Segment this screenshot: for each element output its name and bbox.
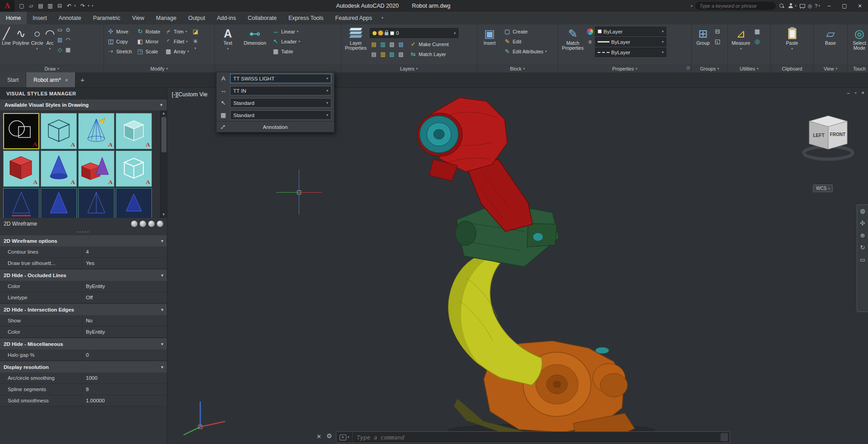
- arc-button[interactable]: ◠Arc▾: [44, 25, 55, 65]
- tab-output[interactable]: Output: [182, 12, 211, 24]
- connect-icon[interactable]: ◎: [808, 3, 812, 9]
- panel-label-utilities[interactable]: Utilities▾: [728, 65, 770, 72]
- line-button[interactable]: ╱Line: [1, 25, 11, 65]
- base-button[interactable]: ▱Base: [820, 25, 841, 65]
- file-tab-start[interactable]: Start: [0, 72, 26, 87]
- save-icon[interactable]: ▤: [36, 1, 45, 10]
- command-history-grip[interactable]: [721, 433, 728, 441]
- file-tab-robot-arm[interactable]: Robot arm*×: [26, 72, 75, 87]
- view-cube[interactable]: LEFT FRONT: [800, 111, 859, 165]
- hatch-icon[interactable]: ▨: [56, 37, 63, 46]
- group-occluded-lines[interactable]: 2D Hide - Occluded Lines▾: [0, 269, 167, 281]
- leader-button[interactable]: ↖Leader▾: [270, 37, 302, 46]
- tab-close-icon[interactable]: ×: [65, 77, 68, 83]
- create-block-button[interactable]: ▢Create: [502, 27, 548, 36]
- polyline-button[interactable]: ∿Polyline: [12, 25, 30, 65]
- pin-icon[interactable]: ⊶: [219, 123, 227, 131]
- linear-button[interactable]: ↔Linear▾: [270, 27, 302, 36]
- group-button[interactable]: ⊞Group: [693, 25, 713, 65]
- color-sphere-icon[interactable]: [587, 28, 593, 35]
- group-miscellaneous[interactable]: 2D Hide - Miscellaneous▾: [0, 338, 167, 350]
- panel-label-layers[interactable]: Layers▾: [341, 65, 476, 72]
- wcs-menu[interactable]: WCS▾: [813, 184, 833, 192]
- trim-button[interactable]: ⌿Trim▾: [163, 27, 191, 36]
- panel-label-touch[interactable]: Touch: [848, 65, 868, 72]
- palette-drag-handle[interactable]: •••••: [0, 230, 167, 235]
- group-intersection-edges[interactable]: 2D Hide - Intersection Edges▾: [0, 303, 167, 315]
- qat-customize-icon[interactable]: ▾: [92, 4, 95, 8]
- modify-more-icon[interactable]: ▾: [192, 47, 199, 50]
- new-file-icon[interactable]: ▢: [17, 1, 26, 10]
- mirror-button[interactable]: ◧Mirror: [135, 37, 162, 46]
- spline-icon[interactable]: ◠: [64, 37, 71, 46]
- linetype-select[interactable]: ByLayer ▾: [595, 47, 666, 57]
- properties-list-icon[interactable]: ≡: [587, 39, 593, 45]
- panel-label-groups[interactable]: Groups▾: [692, 65, 727, 72]
- new-style-icon[interactable]: [140, 221, 146, 227]
- measure-button[interactable]: ⊿Measure▾: [729, 25, 753, 65]
- tab-home[interactable]: Home: [0, 12, 27, 24]
- layer-thaw-all-icon[interactable]: ▥: [379, 50, 387, 59]
- quick-calc-icon[interactable]: ▦: [754, 27, 761, 36]
- id-point-icon[interactable]: ◎: [754, 37, 761, 46]
- fillet-button[interactable]: ◜Fillet▾: [163, 37, 191, 46]
- style-thumb-2d-wireframe[interactable]: A: [3, 113, 39, 149]
- ribbon-collapse-icon[interactable]: ▾: [378, 12, 387, 24]
- scrollbar-thumb[interactable]: [161, 117, 166, 152]
- style-thumb-shades-of-gray[interactable]: A: [78, 151, 114, 187]
- drawing-viewport[interactable]: [-][Custom Vie – ▫ × LEFT FRONT WCS▾: [167, 88, 868, 444]
- tab-add-ins[interactable]: Add-ins: [211, 12, 242, 24]
- annotation-flyout-footer[interactable]: ⊶ Annotation: [217, 121, 334, 132]
- plot-icon[interactable]: ⊟: [55, 1, 64, 10]
- match-layer-button[interactable]: ⇆Match Layer: [408, 49, 448, 59]
- doc-close-icon[interactable]: ×: [862, 90, 864, 95]
- make-current-button[interactable]: ✓Make Current: [408, 39, 451, 49]
- search-expand-icon[interactable]: ▸: [691, 4, 693, 8]
- robot-arm-model[interactable]: [167, 88, 868, 444]
- search-input[interactable]: [699, 3, 772, 9]
- tab-annotate[interactable]: Annotate: [53, 12, 87, 24]
- lineweight-select[interactable]: ByLayer ▾: [595, 37, 666, 47]
- layer-off-icon[interactable]: ▤: [370, 40, 378, 49]
- show-motion-icon[interactable]: ▭: [860, 256, 865, 263]
- table-style-select[interactable]: Standard▾: [230, 110, 331, 120]
- erase-icon[interactable]: ◪: [192, 27, 199, 36]
- rotate-button[interactable]: ↻Rotate: [135, 27, 162, 36]
- redo-icon[interactable]: ↷: [78, 1, 87, 10]
- panel-label-view[interactable]: View▾: [814, 65, 847, 72]
- orbit-icon[interactable]: ↻: [860, 244, 865, 251]
- layer-unlock-all-icon[interactable]: ▧: [388, 50, 396, 59]
- circle-button[interactable]: ○Circle▾: [31, 25, 44, 65]
- point-icon[interactable]: ◇: [56, 47, 63, 56]
- tab-express-tools[interactable]: Express Tools: [283, 12, 330, 24]
- layer-isolate-icon[interactable]: ▥: [379, 40, 387, 49]
- command-line[interactable]: >▾: [336, 431, 730, 443]
- style-thumb-shaded[interactable]: A: [3, 151, 39, 187]
- doc-minimize-icon[interactable]: –: [847, 90, 850, 95]
- tab-collaborate[interactable]: Collaborate: [242, 12, 283, 24]
- move-button[interactable]: ✣Move: [105, 27, 134, 36]
- style-thumb-realistic[interactable]: A: [116, 113, 152, 149]
- panel-label-block[interactable]: Block▾: [477, 65, 558, 72]
- tab-view[interactable]: View: [126, 12, 150, 24]
- viewport-controls-label[interactable]: [-][Custom Vie: [172, 91, 208, 98]
- search-binoculars-icon[interactable]: [778, 3, 785, 9]
- ungroup-icon[interactable]: ⊟: [714, 27, 721, 36]
- palette-section-header[interactable]: Available Visual Styles in Drawing▾: [0, 99, 167, 110]
- search-box[interactable]: [695, 2, 776, 10]
- panel-label-modify[interactable]: Modify▾: [104, 65, 214, 72]
- full-navigation-wheel-icon[interactable]: ◍: [860, 208, 865, 214]
- text-button[interactable]: AText▾: [216, 25, 240, 65]
- style-thumb-hidden[interactable]: A: [78, 113, 114, 149]
- object-color-select[interactable]: ByLayer ▾: [595, 27, 666, 36]
- save-as-icon[interactable]: ▥: [46, 1, 55, 10]
- properties-launcher-icon[interactable]: ◲: [686, 64, 690, 71]
- layer-properties-button[interactable]: Layer Properties: [343, 25, 369, 65]
- array-button[interactable]: ▦Array▾: [163, 47, 191, 56]
- style-thumb-conceptual[interactable]: A: [41, 113, 77, 149]
- style-thumb-shaded-edges[interactable]: A: [41, 151, 77, 187]
- scale-button[interactable]: ◳Scale: [135, 47, 162, 56]
- rectangle-icon[interactable]: ▭: [56, 27, 63, 36]
- group-display-resolution[interactable]: Display resolution▾: [0, 361, 167, 373]
- stretch-button[interactable]: ⇢Stretch: [105, 47, 134, 56]
